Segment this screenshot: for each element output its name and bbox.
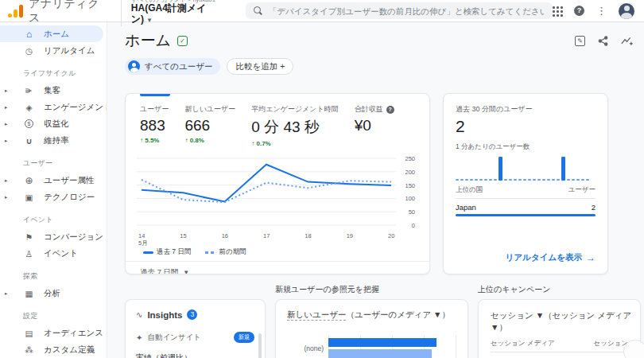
sidebar-item-technology[interactable]: テクノロジー <box>0 189 107 205</box>
search-input[interactable] <box>269 6 545 16</box>
date-range-selector[interactable]: 過去 7 日間 ▼ <box>126 261 429 274</box>
auto-insights-item[interactable]: 自動インサイト 新規 <box>136 332 254 343</box>
sidebar-item-home[interactable]: ホーム <box>0 25 103 42</box>
new-badge: 新規 <box>234 332 254 343</box>
data-quality-icon[interactable] <box>177 36 188 46</box>
search-bar[interactable] <box>246 2 553 19</box>
session-medium-column: セッション メディア <box>491 339 555 348</box>
account-switcher[interactable]: すべてのアカウント > nyuka01 HA(GA4計測メイン)▼ <box>121 0 236 26</box>
expand-caret-icon[interactable] <box>5 121 7 127</box>
insights-spark-icon <box>136 310 142 319</box>
sidebar-item-custom-definitions[interactable]: カスタム定義 <box>0 341 107 358</box>
date-range-label: 過去 7 日間 <box>140 267 179 274</box>
metric-selector[interactable]: 新しいユーザー <box>287 309 346 321</box>
realtime-minute-bars <box>456 155 596 181</box>
audience-person-icon <box>128 60 140 72</box>
brand-name: アナリティクス <box>29 0 110 25</box>
expand-caret-icon[interactable] <box>5 138 7 144</box>
sidebar-section-lifecycle: ライフサイクル <box>0 59 107 82</box>
sidebar-item-label: オーディエンス <box>44 328 103 339</box>
audience-chip[interactable]: すべてのユーザー <box>125 58 220 75</box>
sidebar-item-label: 収益化 <box>44 119 69 130</box>
analysis-icon <box>23 289 35 298</box>
customize-report-icon[interactable] <box>575 36 585 46</box>
expand-caret-icon[interactable] <box>5 194 7 200</box>
sessions-dimension-selector[interactable]: セッション ▼（セッション メディア ▼） <box>491 309 632 333</box>
help-icon[interactable]: ? <box>574 6 584 16</box>
insight-headline[interactable]: 実績（前週比） <box>136 352 254 358</box>
apps-grid-icon[interactable] <box>553 6 562 16</box>
insights-card: Insights 3 自動インサイト 新規 実績（前週比） 2021年5月9日か… <box>125 299 266 358</box>
realtime-table-header: 上位の国 ユーザー <box>456 181 596 199</box>
audience-chip-label: すべてのユーザー <box>145 61 212 72</box>
analytics-logo-icon <box>8 5 23 18</box>
audiences-icon <box>23 329 35 338</box>
sidebar-section-user: ユーザー <box>0 149 107 172</box>
view-realtime-link[interactable]: リアルタイムを表示 → <box>506 252 596 263</box>
insights-icon[interactable] <box>621 36 633 46</box>
dotted-series-swatch <box>205 251 215 254</box>
sessions-column: セッション <box>594 339 629 348</box>
expand-caret-icon[interactable] <box>5 290 7 297</box>
metric-label: ユーザー <box>140 104 169 115</box>
search-icon <box>254 6 262 15</box>
more-menu-icon[interactable]: ⋮ <box>596 5 607 17</box>
flag-icon <box>23 232 35 242</box>
sidebar-item-events[interactable]: イベント <box>0 245 107 262</box>
active-metric-indicator <box>140 94 170 96</box>
metric-delta: ↑ 0.8% <box>184 137 235 144</box>
table-row[interactable]: (none) 441 ↓ 2.0% <box>491 352 628 358</box>
sidebar-item-label: テクノロジー <box>44 192 95 203</box>
metric-total-revenue[interactable]: 合計収益? ¥0 <box>355 104 394 147</box>
realtime-table-row[interactable]: Japan 2 <box>456 199 596 216</box>
sidebar-item-demographics[interactable]: ユーザー属性 <box>0 172 107 189</box>
top-countries-column: 上位の国 <box>456 185 483 195</box>
metric-users[interactable]: ユーザー 883 ↑ 5.5% <box>140 104 169 147</box>
realtime-title: 過去 30 分間のユーザー <box>456 104 596 115</box>
auto-insight-icon <box>136 333 142 342</box>
dimension-selector[interactable]: （ユーザーのメディア ▼） <box>346 309 450 319</box>
campaigns-table-header: セッション メディア セッション <box>491 333 628 352</box>
country-name: Japan <box>456 203 476 212</box>
sidebar-item-conversions[interactable]: コンバージョン <box>0 228 107 245</box>
metric-new-users[interactable]: 新しいユーザー 666 ↑ 0.8% <box>184 104 235 147</box>
sidebar-section-explore: 探索 <box>0 262 107 285</box>
technology-icon <box>23 193 35 202</box>
top-bar: アナリティクス すべてのアカウント > nyuka01 HA(GA4計測メイン)… <box>0 0 644 22</box>
metric-value: 0 分 43 秒 <box>251 117 338 138</box>
metric-delta: ↑ 5.5% <box>140 137 169 144</box>
add-comparison-chip[interactable]: 比較を追加 + <box>227 58 293 75</box>
help-icon[interactable]: ? <box>386 106 394 114</box>
realtime-card: 過去 30 分間のユーザー 2 1 分あたりのユーザー数 上位の国 ユーザー J… <box>443 93 608 274</box>
demographics-icon <box>23 175 35 186</box>
brand[interactable]: アナリティクス <box>0 0 121 25</box>
avatar[interactable] <box>619 3 634 19</box>
new-users-medium-card: 新しいユーザー（ユーザーのメディア ▼） (none) <box>275 299 468 358</box>
legend-current-label: 過去 7 日間 <box>157 247 191 257</box>
chart-legend: 過去 7 日間 前の期間 <box>126 243 429 261</box>
metric-engagement-time[interactable]: 平均エンゲージメント時間 0 分 43 秒 ↑ 0.7% <box>251 104 338 147</box>
section-title-spacer <box>125 284 266 297</box>
sidebar-item-analysis[interactable]: 分析 <box>0 285 107 302</box>
floating-button-partial[interactable] <box>623 340 644 358</box>
main-content: ホーム すべてのユーザー <box>107 22 644 358</box>
chevron-down-icon: ▼ <box>183 269 189 274</box>
sidebar-item-retention[interactable]: 維持率 <box>0 132 107 149</box>
expand-caret-icon[interactable] <box>5 88 7 94</box>
users-per-minute-label: 1 分あたりのユーザー数 <box>456 142 596 152</box>
person-icon <box>23 249 35 259</box>
share-icon[interactable] <box>598 36 608 46</box>
sidebar-item-audiences[interactable]: オーディエンス <box>0 325 107 341</box>
bar-group-none[interactable]: (none) <box>328 335 456 358</box>
expand-caret-icon[interactable] <box>5 104 7 111</box>
scrollbar[interactable] <box>258 333 262 358</box>
sidebar-item-realtime[interactable]: リアルタイム <box>0 42 107 59</box>
ga4-home-page: アナリティクス すべてのアカウント > nyuka01 HA(GA4計測メイン)… <box>0 0 644 358</box>
expand-caret-icon[interactable] <box>5 177 7 184</box>
sidebar-item-engagement[interactable]: エンゲージメント <box>0 99 107 115</box>
engagement-icon <box>23 103 35 112</box>
sidebar-item-monetization[interactable]: 収益化 <box>0 115 107 132</box>
realtime-users-value: 2 <box>456 117 596 136</box>
sidebar-item-label: イベント <box>44 248 78 259</box>
sidebar-item-acquisition[interactable]: 集客 <box>0 82 107 99</box>
